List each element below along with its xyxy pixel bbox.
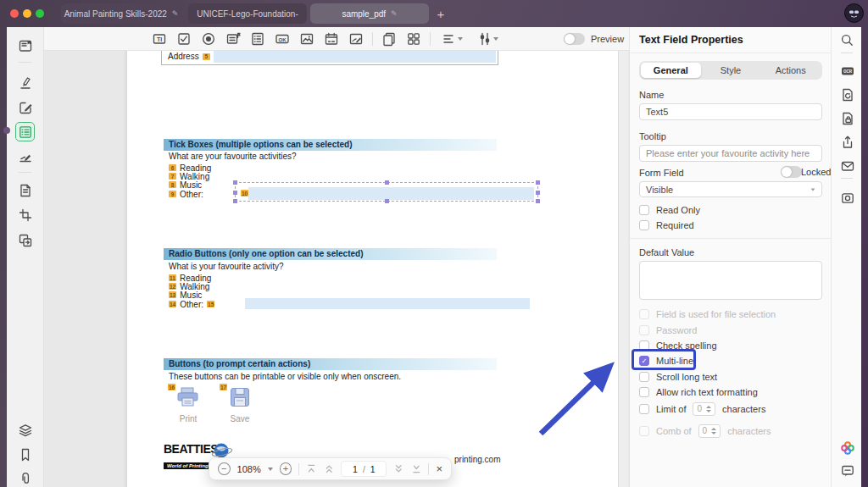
tick-item-walking[interactable]: 7 Walking: [169, 172, 209, 180]
selection-handle[interactable]: [385, 199, 389, 203]
document-scrollbar[interactable]: [618, 51, 628, 487]
selection-handle[interactable]: [536, 191, 540, 195]
stepper-arrows-icon[interactable]: [706, 406, 711, 412]
tick-item-other[interactable]: 9 Other:: [169, 190, 203, 198]
user-avatar[interactable]: [844, 3, 864, 23]
image-button-tool[interactable]: [298, 30, 315, 47]
limit-stepper[interactable]: 0: [693, 402, 715, 416]
tick-item-reading[interactable]: 6 Reading: [169, 163, 211, 172]
ai-assistant-icon[interactable]: [839, 440, 855, 456]
checkbox-tool[interactable]: [175, 30, 192, 47]
rich-text-checkbox[interactable]: Allow rich text formatting: [639, 386, 758, 397]
compress-pdf-icon[interactable]: [839, 86, 855, 102]
visibility-select[interactable]: Visible: [639, 181, 822, 197]
bookmark-icon[interactable]: [15, 445, 35, 464]
tab-sample-pdf[interactable]: sample_pdf ✎: [310, 3, 429, 24]
tab-actions[interactable]: Actions: [760, 63, 821, 78]
selection-handle[interactable]: [385, 180, 389, 185]
page-indicator[interactable]: 1 / 1: [341, 461, 387, 477]
print-button[interactable]: 16 Print: [166, 386, 210, 423]
duplicate-field-tool[interactable]: [381, 30, 398, 47]
selection-handle[interactable]: [233, 180, 237, 185]
list-box-tool[interactable]: [249, 30, 266, 47]
left-sidebar: [7, 27, 44, 487]
address-input-area[interactable]: [214, 51, 496, 63]
tab-label: sample_pdf: [342, 9, 386, 19]
comb-stepper: 0: [698, 424, 721, 438]
limit-checkbox[interactable]: Limit of 0 characters: [639, 403, 765, 414]
radio-item-walking[interactable]: 12 Walking: [169, 282, 209, 291]
scroll-long-text-checkbox[interactable]: Scroll long text: [639, 371, 717, 382]
mail-icon[interactable]: [839, 158, 855, 174]
radio-item-reading[interactable]: 11 Reading: [169, 274, 211, 282]
name-input[interactable]: [639, 103, 822, 120]
radio-other-text-field[interactable]: [245, 298, 530, 309]
right-sidebar: OCR: [831, 27, 861, 487]
last-page-button[interactable]: [411, 463, 422, 474]
rename-tab-icon[interactable]: ✎: [172, 9, 179, 18]
text-field-tool[interactable]: TI: [151, 30, 168, 47]
zoom-dropdown-caret[interactable]: [268, 468, 273, 471]
close-pager-button[interactable]: ×: [436, 462, 442, 475]
new-tab-button[interactable]: +: [432, 5, 449, 22]
first-page-button[interactable]: [306, 463, 317, 474]
required-checkbox[interactable]: Required: [639, 219, 694, 230]
selection-handle[interactable]: [233, 191, 237, 195]
zoom-window-button[interactable]: [36, 9, 44, 18]
selection-handle[interactable]: [536, 180, 540, 185]
field-settings-dropdown[interactable]: [473, 30, 502, 47]
visibility-value: Visible: [646, 185, 673, 195]
annotate-icon[interactable]: [15, 72, 35, 91]
push-button-tool[interactable]: OK: [274, 30, 291, 47]
locked-toggle[interactable]: [781, 166, 802, 178]
tick-item-music[interactable]: 8 Music: [169, 180, 202, 189]
other-text-field-fill[interactable]: [248, 187, 534, 200]
share-icon[interactable]: [839, 134, 855, 150]
selection-handle[interactable]: [233, 199, 237, 203]
selected-text-field[interactable]: 10: [235, 182, 538, 202]
tab-unicef-lego[interactable]: UNICEF-Lego-Foundation-: [188, 3, 307, 24]
address-field[interactable]: Address 5: [161, 51, 498, 65]
combo-box-tool[interactable]: [225, 30, 242, 47]
layers-icon[interactable]: [15, 420, 35, 440]
selection-handle[interactable]: [536, 199, 540, 203]
tab-animal-painting[interactable]: Animal Painting Skills-2022 ✎: [61, 3, 181, 24]
edit-pdf-icon[interactable]: [15, 97, 35, 117]
save-button[interactable]: 17 Save: [218, 386, 262, 423]
sign-icon[interactable]: [15, 147, 35, 166]
signature-field-tool[interactable]: [348, 30, 364, 47]
reader-mode-icon[interactable]: [15, 36, 35, 55]
capture-icon[interactable]: [839, 190, 855, 206]
previous-page-button[interactable]: [324, 463, 335, 474]
zoom-in-button[interactable]: +: [280, 462, 292, 475]
preview-toggle[interactable]: [564, 33, 585, 45]
form-tools-icon[interactable]: [15, 122, 35, 141]
radio-item-other[interactable]: 14 Other: 15: [169, 300, 214, 308]
attachment-icon[interactable]: [15, 468, 35, 487]
align-fields-dropdown[interactable]: [438, 30, 465, 47]
protect-pdf-icon[interactable]: [839, 110, 855, 126]
ocr-icon[interactable]: OCR: [839, 63, 855, 79]
organize-pages-icon[interactable]: [15, 180, 35, 200]
feedback-icon[interactable]: [839, 462, 855, 479]
default-value-textarea[interactable]: [639, 261, 822, 300]
date-field-tool[interactable]: [323, 30, 340, 47]
zoom-out-button[interactable]: −: [218, 462, 231, 475]
next-page-button[interactable]: [393, 463, 404, 474]
crop-pages-icon[interactable]: [15, 205, 35, 224]
close-window-button[interactable]: [10, 9, 19, 18]
read-only-checkbox[interactable]: Read Only: [639, 204, 700, 215]
field-badge: 6: [169, 164, 176, 171]
tab-style[interactable]: Style: [701, 63, 761, 78]
radio-item-music[interactable]: 13 Music: [169, 291, 202, 299]
search-icon[interactable]: [839, 32, 855, 48]
minimize-window-button[interactable]: [23, 9, 31, 18]
tab-general[interactable]: General: [641, 63, 701, 78]
arrange-fields-tool[interactable]: [405, 30, 422, 47]
rename-tab-icon[interactable]: ✎: [391, 9, 398, 18]
tooltip-input[interactable]: [639, 145, 822, 162]
radio-button-tool[interactable]: [200, 30, 217, 47]
convert-icon[interactable]: [15, 230, 35, 250]
save-button-label: Save: [218, 414, 262, 423]
pager-divider: [428, 463, 429, 475]
